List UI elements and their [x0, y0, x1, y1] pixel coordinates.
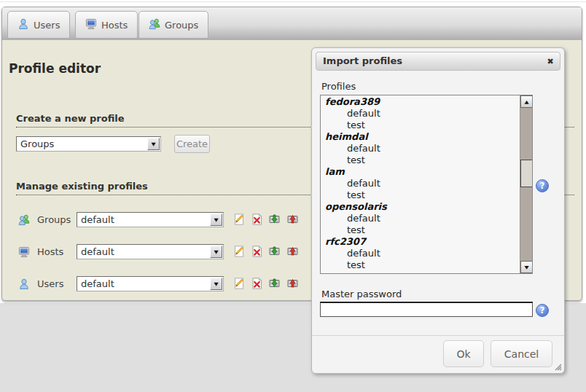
dropdown-button[interactable]: ▼	[210, 213, 222, 226]
hosts-profile-select-value: default	[81, 245, 114, 259]
pencil-icon	[234, 281, 244, 291]
import-profile-icon-button[interactable]	[268, 278, 281, 290]
import-profiles-dialog: Import profiles ✖ Profiles fedora389defa…	[311, 47, 565, 374]
profiles-label: Profiles	[321, 81, 356, 92]
monitor-icon	[85, 18, 97, 32]
disk-arrow-down-icon	[269, 280, 280, 291]
profile-group-name: lam	[325, 166, 517, 178]
tab-hosts[interactable]: Hosts	[75, 11, 138, 39]
monitor-icon	[18, 246, 30, 260]
user-icon	[17, 18, 29, 32]
chevron-down-icon: ▼	[214, 249, 218, 254]
dropdown-button[interactable]: ▼	[210, 246, 222, 258]
dropdown-button[interactable]: ▼	[210, 278, 222, 290]
profile-group-name: fedora389	[325, 96, 517, 108]
dialog-buttonpane: Ok Cancel	[312, 335, 564, 373]
disk-arrow-up-icon	[287, 248, 298, 259]
pencil-icon	[234, 216, 244, 227]
profile-entry[interactable]: test	[325, 259, 517, 271]
close-icon[interactable]: ✖	[544, 55, 557, 68]
help-icon[interactable]: ?	[536, 179, 549, 192]
master-password-label: Master password	[321, 289, 402, 299]
page: Users Hosts	[0, 0, 586, 392]
profile-entry[interactable]: default	[325, 108, 517, 119]
master-password-input[interactable]	[320, 302, 533, 317]
cancel-button[interactable]: Cancel	[491, 340, 552, 367]
pencil-icon	[234, 248, 244, 259]
manage-row-hosts: Hosts default ▼	[16, 244, 308, 260]
chevron-down-icon: ▼	[151, 141, 155, 146]
profile-entry[interactable]: default	[325, 213, 517, 224]
profile-entry[interactable]: default	[325, 178, 517, 189]
page-title: Profile editor	[9, 61, 101, 76]
ok-button[interactable]: Ok	[443, 340, 484, 367]
profile-entry[interactable]: test	[325, 189, 517, 201]
dialog-title: Import profiles	[323, 52, 402, 70]
profiles-list-scrollbar[interactable]: ▲ ▼	[520, 95, 532, 273]
scrollbar-thumb[interactable]	[520, 160, 533, 187]
users-profile-select[interactable]: default ▼	[77, 276, 224, 291]
import-profile-icon-button[interactable]	[268, 246, 281, 258]
manage-row-label: Groups	[37, 212, 71, 227]
delete-profile-icon-button[interactable]	[251, 246, 263, 258]
profile-group-name: heimdal	[325, 131, 517, 143]
profile-entry[interactable]: default	[325, 143, 517, 154]
disk-arrow-up-icon	[287, 216, 298, 227]
groups-profile-select-value: default	[81, 213, 114, 227]
profile-entry[interactable]: test	[325, 119, 517, 131]
delete-document-icon	[251, 248, 262, 259]
tab-users-label: Users	[34, 20, 60, 31]
profile-entry[interactable]: default	[325, 248, 517, 259]
groups-icon	[18, 214, 30, 228]
account-type-select[interactable]: Groups ▼	[16, 136, 161, 152]
export-profile-icon-button[interactable]	[286, 246, 299, 258]
delete-document-icon	[251, 216, 262, 227]
delete-profile-icon-button[interactable]	[251, 213, 263, 226]
profile-group-name: rfc2307	[325, 236, 517, 248]
delete-document-icon	[251, 281, 262, 291]
groups-icon	[149, 18, 160, 32]
user-icon	[18, 278, 30, 292]
tab-hosts-label: Hosts	[101, 20, 128, 31]
export-profile-icon-button[interactable]	[286, 278, 299, 290]
account-type-select-value: Groups	[20, 137, 54, 151]
edit-profile-icon-button[interactable]	[233, 278, 245, 290]
profiles-list-items: fedora389defaulttestheimdaldefaulttestla…	[321, 96, 517, 273]
disk-arrow-down-icon	[269, 216, 280, 227]
edit-profile-icon-button[interactable]	[233, 213, 245, 226]
account-type-tab-bar: Users Hosts	[2, 7, 582, 40]
profile-entry[interactable]: test	[325, 154, 517, 166]
tab-groups-label: Groups	[165, 20, 198, 31]
import-profile-icon-button[interactable]	[268, 213, 281, 226]
dialog-header[interactable]: Import profiles ✖	[316, 52, 560, 71]
profiles-listbox[interactable]: fedora389defaulttestheimdaldefaulttestla…	[320, 95, 533, 274]
manage-row-label: Users	[37, 276, 63, 291]
dropdown-button[interactable]: ▼	[147, 138, 160, 150]
users-profile-select-value: default	[81, 277, 114, 291]
profile-entry[interactable]: test	[325, 224, 517, 236]
arrow-up-icon: ▲	[524, 99, 528, 103]
edit-profile-icon-button[interactable]	[233, 246, 245, 258]
hosts-profile-select[interactable]: default ▼	[77, 244, 224, 259]
chevron-down-icon: ▼	[214, 217, 218, 222]
manage-row-groups: Groups default ▼	[16, 212, 308, 228]
resize-handle-icon[interactable]	[553, 362, 562, 371]
manage-row-label: Hosts	[37, 244, 63, 259]
export-profile-icon-button[interactable]	[286, 213, 299, 226]
arrow-down-icon: ▼	[524, 264, 528, 269]
groups-profile-select[interactable]: default ▼	[77, 212, 224, 227]
manage-row-users: Users default ▼	[16, 276, 308, 292]
profile-group-name: opensolaris	[325, 201, 517, 213]
tab-groups[interactable]: Groups	[138, 11, 208, 39]
chevron-down-icon: ▼	[214, 281, 218, 286]
tab-users[interactable]: Users	[7, 11, 70, 39]
disk-arrow-up-icon	[287, 280, 298, 291]
page-top-divider	[0, 1, 586, 2]
scroll-up-button[interactable]: ▲	[520, 95, 533, 108]
delete-profile-icon-button[interactable]	[251, 278, 263, 290]
help-icon[interactable]: ?	[536, 304, 549, 317]
scroll-down-button[interactable]: ▼	[520, 261, 533, 273]
disk-arrow-down-icon	[269, 248, 280, 259]
create-button[interactable]: Create	[174, 135, 210, 153]
